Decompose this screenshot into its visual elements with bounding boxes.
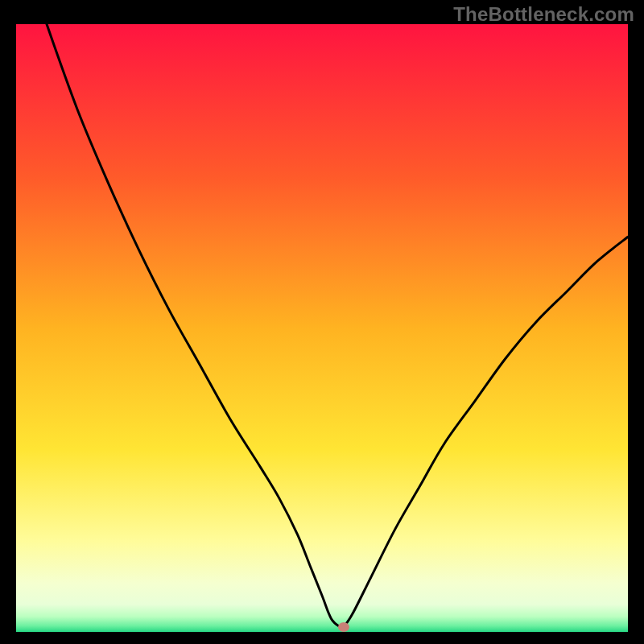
plot-area <box>16 24 628 632</box>
gradient-background <box>16 24 628 632</box>
plot-svg <box>16 24 628 632</box>
watermark-text: TheBottleneck.com <box>453 3 634 26</box>
optimum-marker <box>338 622 349 632</box>
chart-frame: TheBottleneck.com <box>0 0 644 644</box>
